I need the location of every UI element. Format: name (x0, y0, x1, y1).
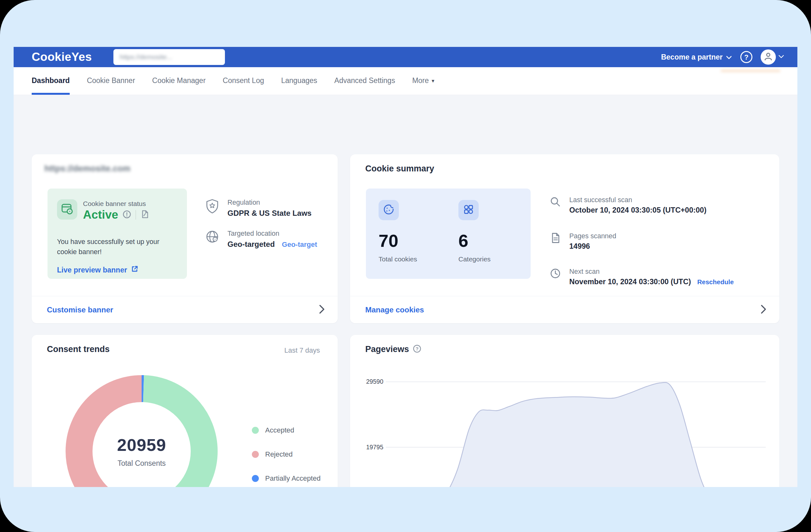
date-range-label: Last 7 days (284, 346, 320, 354)
tab-advanced-settings[interactable]: Advanced Settings (334, 67, 395, 95)
legend-label: Rejected (265, 450, 293, 458)
area-fill (386, 382, 730, 487)
tab-label: Languages (281, 76, 318, 85)
banner-status-icon-badge (57, 199, 77, 219)
reschedule-link[interactable]: Reschedule (697, 278, 734, 286)
regulation-label: Regulation (228, 199, 311, 207)
tab-more[interactable]: More▾ (412, 67, 434, 95)
account-menu[interactable] (761, 49, 784, 65)
y-tick-label: 19795 (366, 444, 383, 451)
tab-label: Consent Log (223, 76, 264, 85)
scan-value: 14996 (569, 242, 616, 250)
geo-target-link[interactable]: Geo-target (282, 241, 317, 248)
scan-value: October 10, 2024 03:30:05 (UTC+00:00) (569, 206, 706, 214)
targeted-location-label: Targeted location (228, 230, 317, 238)
legend-dot (252, 451, 259, 458)
manage-cookies-link[interactable]: Manage cookies (365, 305, 424, 314)
tab-label: More (412, 76, 429, 85)
banner-success-message: You have successfully set up your cookie… (57, 237, 171, 257)
caret-down-icon: ▾ (432, 78, 435, 84)
banner-status-value: Active (83, 208, 118, 222)
divider (136, 210, 136, 219)
avatar (761, 49, 776, 65)
scan-row-last-successful-scan: Last successful scanOctober 10, 2024 03:… (550, 196, 706, 214)
info-circle-icon[interactable] (123, 210, 131, 220)
cookie-summary-box: 70 Total cookies 6 Categories (366, 188, 531, 279)
categories-value: 6 (458, 230, 491, 251)
site-url-text: https://demosite... (120, 53, 172, 61)
legend-label: Accepted (265, 426, 294, 435)
tab-cookie-banner[interactable]: Cookie Banner (87, 67, 135, 95)
regulation-row: Regulation GDPR & US State Laws (205, 199, 311, 218)
cookieyes-logo: CookieYes (32, 50, 92, 64)
y-tick-label: 29590 (366, 378, 383, 385)
total-cookies-label: Total cookies (379, 255, 417, 263)
cookie-summary-card: Cookie summary 70 Total cookies (350, 154, 779, 323)
chevron-right-icon (319, 304, 325, 316)
header-actions: Become a partner ? (661, 47, 784, 67)
targeted-location-value: Geo-targeted (228, 240, 275, 248)
legend-item-partially-accepted[interactable]: Partially Accepted (252, 474, 321, 483)
top-header-bar: CookieYes https://demosite... Become a p… (14, 47, 797, 67)
dashboard-content: https://demosite.com Cookie banner statu… (14, 95, 797, 487)
total-cookies-stat: 70 Total cookies (379, 200, 417, 263)
tab-languages[interactable]: Languages (281, 67, 318, 95)
customise-banner-row[interactable]: Customise banner (32, 296, 338, 323)
document-icon (550, 232, 561, 250)
tab-consent-log[interactable]: Consent Log (223, 67, 264, 95)
legend-dot (252, 475, 259, 482)
cookie-banner-status-box: Cookie banner status Active You have suc… (47, 188, 187, 279)
scan-value: November 10, 2024 03:30:00 (UTC)Reschedu… (569, 277, 734, 286)
tab-label: Advanced Settings (334, 76, 395, 85)
site-url-selector[interactable]: https://demosite... (113, 49, 225, 65)
main-nav-tabs: DashboardCookie BannerCookie ManagerCons… (14, 67, 797, 95)
categories-stat-badge (458, 200, 479, 220)
tab-dashboard[interactable]: Dashboard (32, 67, 70, 95)
cookie-summary-title: Cookie summary (365, 164, 434, 173)
consent-trends-card: Consent trends Last 7 days 20959 Total C… (32, 335, 338, 487)
banner-status-label: Cookie banner status (83, 200, 146, 208)
categories-label: Categories (458, 255, 491, 263)
scan-row-pages-scanned: Pages scanned14996 (550, 232, 616, 250)
categories-stat: 6 Categories (458, 200, 491, 263)
legend-item-accepted[interactable]: Accepted (252, 426, 321, 435)
live-preview-banner-label: Live preview banner (57, 266, 127, 274)
tab-label: Cookie Manager (152, 76, 205, 85)
pageviews-area-chart: 295901979510000Oct 12, 2024Oct 13, 2024O… (350, 335, 779, 487)
live-preview-banner-link[interactable]: Live preview banner (57, 265, 138, 275)
tab-label: Dashboard (32, 76, 70, 85)
legend-label: Partially Accepted (265, 474, 321, 483)
shield-star-icon (205, 199, 219, 218)
consent-trends-title: Consent trends (47, 345, 110, 354)
blurred-banner-artifact (721, 70, 780, 72)
cookie-icon (382, 203, 395, 217)
targeted-location-row: Targeted location Geo-targeted Geo-targe… (205, 230, 317, 249)
legend-item-rejected[interactable]: Rejected (252, 450, 321, 458)
manage-cookies-row[interactable]: Manage cookies (350, 296, 779, 323)
tab-label: Cookie Banner (87, 76, 135, 85)
search-icon (550, 196, 561, 214)
svg-text:?: ? (744, 53, 748, 61)
tab-cookie-manager[interactable]: Cookie Manager (152, 67, 205, 95)
consent-legend: AcceptedRejectedPartially Accepted (252, 426, 321, 483)
chevron-right-icon (760, 304, 767, 316)
scan-row-next-scan: Next scanNovember 10, 2024 03:30:00 (UTC… (550, 268, 734, 286)
help-icon: ? (740, 60, 753, 65)
user-icon (764, 52, 773, 62)
consent-donut-chart (62, 372, 221, 487)
regulation-value: GDPR & US State Laws (228, 209, 311, 218)
clock-icon (550, 268, 561, 286)
categories-grid-icon (462, 203, 475, 217)
help-button[interactable]: ? (740, 50, 753, 64)
app-window: CookieYes https://demosite... Become a p… (14, 47, 797, 487)
banner-status-row: Active (83, 208, 149, 222)
become-a-partner-menu[interactable]: Become a partner (661, 53, 732, 61)
cookie-banner-icon (61, 203, 73, 216)
cookie-stat-badge (379, 200, 399, 220)
install-code-icon[interactable] (140, 210, 149, 220)
customise-banner-link[interactable]: Customise banner (47, 305, 113, 314)
legend-dot (252, 427, 259, 434)
banner-status-card: https://demosite.com Cookie banner statu… (32, 154, 338, 323)
scan-label: Next scan (569, 268, 734, 276)
become-a-partner-label: Become a partner (661, 53, 723, 61)
